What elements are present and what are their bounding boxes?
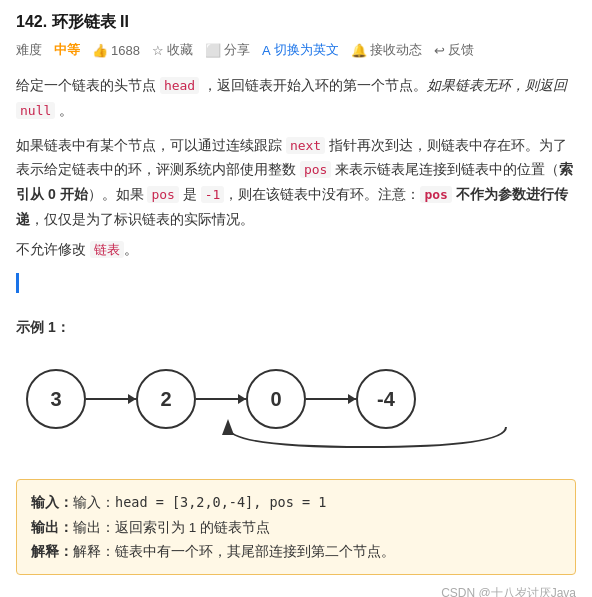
description-p2: 如果链表中有某个节点，可以通过连续跟踪 next 指针再次到达，则链表中存在环。… bbox=[16, 133, 576, 232]
collect-item[interactable]: ☆ 收藏 bbox=[152, 41, 193, 59]
likes-item[interactable]: 👍 1688 bbox=[92, 43, 140, 58]
node-2: 2 bbox=[136, 369, 196, 429]
input-label: 输入： bbox=[31, 495, 73, 510]
explain-value: 解释：链表中有一个环，其尾部连接到第二个节点。 bbox=[73, 544, 395, 559]
code-output-line: 输出：输出：返回索引为 1 的链表节点 bbox=[31, 516, 561, 540]
code-box-wrapper: 输入：输入：head = [3,2,0,-4], pos = 1 输出：输出：返… bbox=[16, 479, 576, 575]
meta-row: 难度 中等 👍 1688 ☆ 收藏 ⬜ 分享 A 切换为英文 🔔 接收动态 ↩ … bbox=[16, 41, 576, 59]
node-neg4: -4 bbox=[356, 369, 416, 429]
linked-list-code: 链表 bbox=[90, 241, 124, 258]
arrow-line-1 bbox=[86, 398, 136, 400]
subscribe-label: 接收动态 bbox=[370, 41, 422, 59]
collect-icon: ☆ bbox=[152, 43, 164, 58]
output-value: 输出：返回索引为 1 的链表节点 bbox=[73, 520, 270, 535]
share-icon: ⬜ bbox=[205, 43, 221, 58]
description-p1: 给定一个链表的头节点 head ，返回链表开始入环的第一个节点。如果链表无环，则… bbox=[16, 73, 576, 123]
diagram-wrapper: 3 2 0 -4 bbox=[26, 369, 566, 429]
divider-section bbox=[16, 273, 576, 307]
next-code: next bbox=[286, 137, 325, 154]
difficulty-badge: 中等 bbox=[54, 41, 80, 59]
code-explain-line: 解释：解释：链表中有一个环，其尾部连接到第二个节点。 bbox=[31, 540, 561, 564]
no-modify-text: 不允许修改 链表。 bbox=[16, 241, 576, 259]
translate-label: 切换为英文 bbox=[274, 41, 339, 59]
translate-icon: A bbox=[262, 43, 271, 58]
null-code: null bbox=[16, 102, 55, 119]
node-0: 0 bbox=[246, 369, 306, 429]
feedback-icon: ↩ bbox=[434, 43, 445, 58]
arrow-2 bbox=[196, 398, 246, 400]
feedback-label: 反馈 bbox=[448, 41, 474, 59]
bell-icon: 🔔 bbox=[351, 43, 367, 58]
code-box: 输入：输入：head = [3,2,0,-4], pos = 1 输出：输出：返… bbox=[16, 479, 576, 575]
likes-count: 1688 bbox=[111, 43, 140, 58]
output-label: 输出： bbox=[31, 520, 73, 535]
diagram-container: 3 2 0 -4 bbox=[16, 349, 576, 449]
pos-code3: pos bbox=[420, 186, 451, 203]
like-icon: 👍 bbox=[92, 43, 108, 58]
translate-item[interactable]: A 切换为英文 bbox=[262, 41, 339, 59]
page-title: 142. 环形链表 II bbox=[16, 12, 576, 33]
difficulty-label: 难度 bbox=[16, 41, 42, 59]
head-code: head bbox=[160, 77, 199, 94]
explain-label: 解释： bbox=[31, 544, 73, 559]
watermark: CSDN @十八岁讨厌Java bbox=[16, 585, 576, 597]
collect-label: 收藏 bbox=[167, 41, 193, 59]
arrow-line-2 bbox=[196, 398, 246, 400]
nodes-row: 3 2 0 -4 bbox=[26, 369, 566, 429]
pos-code: pos bbox=[300, 161, 331, 178]
code-input-line: 输入：输入：head = [3,2,0,-4], pos = 1 bbox=[31, 490, 561, 515]
pos-code2: pos bbox=[147, 186, 178, 203]
neg1-code: -1 bbox=[201, 186, 225, 203]
subscribe-item[interactable]: 🔔 接收动态 bbox=[351, 41, 422, 59]
arrow-1 bbox=[86, 398, 136, 400]
share-label: 分享 bbox=[224, 41, 250, 59]
arrow-3 bbox=[306, 398, 356, 400]
input-value: 输入：head = [3,2,0,-4], pos = 1 bbox=[73, 494, 326, 510]
example-label: 示例 1： bbox=[16, 319, 576, 337]
feedback-item[interactable]: ↩ 反馈 bbox=[434, 41, 474, 59]
blue-divider bbox=[16, 273, 19, 293]
share-item[interactable]: ⬜ 分享 bbox=[205, 41, 250, 59]
node-3: 3 bbox=[26, 369, 86, 429]
arrow-line-3 bbox=[306, 398, 356, 400]
